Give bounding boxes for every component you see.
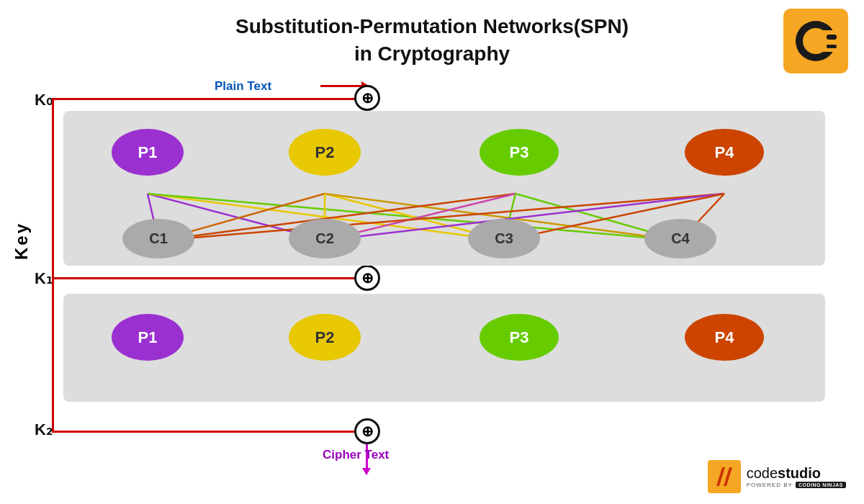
key-vertical-line <box>52 98 54 433</box>
k2-label: K₂ <box>35 420 53 439</box>
key-line-top <box>52 98 369 100</box>
key-line-bot <box>52 431 369 433</box>
c3-node: C3 <box>468 219 540 258</box>
cn-badge: CODING NINJAS <box>796 482 846 488</box>
svg-rect-5 <box>827 45 837 48</box>
xor-top: ⊕ <box>354 85 380 111</box>
c4-node: C4 <box>644 219 716 258</box>
codestudio-icon <box>708 460 741 493</box>
diagram-area: Key K₀ K₁ K₂ Plain Text ⊕ ⊕ ⊕ Cipher Tex… <box>0 78 864 504</box>
codestudio-logo: codestudio POWERED BY CODING NINJAS <box>708 460 846 493</box>
c1-node: C1 <box>122 219 194 258</box>
title-line2: in Cryptography <box>354 42 510 65</box>
logo-container <box>783 9 848 76</box>
k0-label: K₀ <box>35 91 53 109</box>
p1-r2: P1 <box>112 314 184 361</box>
p2-r2: P2 <box>289 314 361 361</box>
cipher-text-label: Cipher Text <box>323 448 389 462</box>
svg-rect-4 <box>827 35 837 40</box>
p4-r1: P4 <box>685 129 764 176</box>
logo-icon <box>783 9 848 73</box>
codestudio-text: codestudio POWERED BY CODING NINJAS <box>747 465 846 488</box>
p2-r1: P2 <box>289 129 361 176</box>
round2-box: P1 P2 P3 P4 <box>63 294 825 402</box>
cs-studio: studio <box>778 465 821 481</box>
c2-node: C2 <box>289 219 361 258</box>
plain-text-label: Plain Text <box>215 79 271 94</box>
p4-r2: P4 <box>685 314 764 361</box>
svg-rect-22 <box>708 460 741 493</box>
k1-label: K₁ <box>35 269 53 288</box>
p1-r1: P1 <box>112 129 184 176</box>
p3-r1: P3 <box>480 129 559 176</box>
svg-rect-3 <box>823 30 841 52</box>
xor-mid: ⊕ <box>354 265 380 291</box>
cs-code: code <box>747 465 778 481</box>
round1-box: P1 P2 P3 P4 C1 C2 C3 C4 <box>63 111 825 266</box>
title-line1: Substitution-Permutation Networks(SPN) <box>235 15 629 37</box>
cs-powered: POWERED BY <box>747 482 793 488</box>
key-line-mid <box>52 277 369 279</box>
p3-r2: P3 <box>480 314 559 361</box>
xor-bot: ⊕ <box>354 418 380 444</box>
page-title: Substitution-Permutation Networks(SPN) i… <box>0 0 864 68</box>
key-label: Key <box>12 222 32 260</box>
